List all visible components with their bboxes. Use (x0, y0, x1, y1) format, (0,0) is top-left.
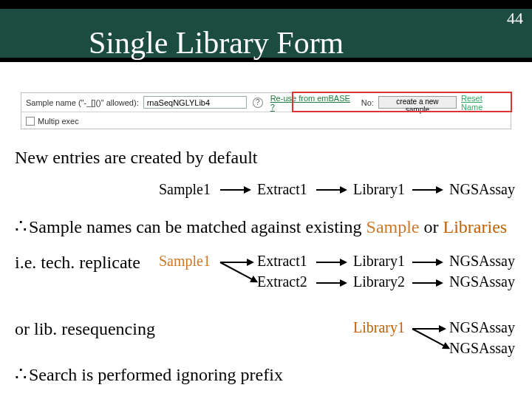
reset-name-link[interactable]: Reset Name (461, 94, 506, 112)
form-row-1: Sample name ("-_[]()" allowed): ? Re-use… (21, 93, 511, 112)
node-ngsassay-c2: NGSAssay (449, 340, 515, 357)
node-extract2-b: Extract2 (257, 273, 307, 290)
arrow-icon (316, 189, 346, 191)
node-library1-a: Library1 (353, 181, 405, 198)
node-ngsassay-b1: NGSAssay (449, 253, 515, 270)
reuse-embase-link[interactable]: Re-use from emBASE ? (270, 94, 357, 112)
node-ngsassay-b2: NGSAssay (449, 273, 515, 290)
text-search-ignore: ∴Search is performed ignoring prefix (15, 362, 517, 387)
node-ngsassay-a: NGSAssay (449, 181, 515, 198)
slide: Single Library Form 44 Sample name ("-_[… (0, 0, 532, 399)
sample-colored: Sample (366, 217, 420, 236)
text-match-line: ∴Sample names can be matched against exi… (15, 214, 517, 239)
sample-name-input[interactable] (143, 96, 247, 109)
help-icon[interactable]: ? (253, 98, 263, 108)
multip-exec-checkbox[interactable] (26, 117, 35, 126)
multip-exec-label: Multip exec (38, 117, 79, 126)
node-library1-b: Library1 (353, 253, 405, 270)
libraries-colored: Libraries (443, 217, 508, 236)
arrow-icon (220, 262, 253, 263)
arrow-icon (412, 328, 445, 330)
form-row-2: Multip exec (21, 112, 511, 129)
sample-form: Sample name ("-_[]()" allowed): ? Re-use… (21, 92, 511, 129)
title-bar: Single Library Form (0, 9, 532, 62)
top-bar (0, 0, 532, 9)
node-library2-b: Library2 (353, 273, 405, 290)
node-extract1-a: Extract1 (257, 181, 307, 198)
arrow-icon (316, 262, 346, 263)
arrow-icon (412, 262, 442, 263)
slide-title: Single Library Form (89, 25, 344, 61)
arrow-icon (412, 282, 442, 284)
arrow-icon (412, 189, 442, 191)
therefore-icon: ∴ (15, 216, 27, 237)
no-label: No: (361, 98, 374, 107)
node-sample1-b: Sample1 (159, 253, 211, 270)
text-new-entries: New entries are created by default (15, 146, 517, 169)
page-number: 44 (507, 9, 523, 28)
create-new-sample-button[interactable]: create a new sample (378, 96, 457, 109)
arrow-icon (220, 189, 250, 191)
therefore-icon: ∴ (15, 364, 27, 385)
arrow-icon (316, 282, 346, 284)
node-extract1-b: Extract1 (257, 253, 307, 270)
node-sample1-a: Sample1 (159, 181, 211, 198)
node-library1-c: Library1 (353, 319, 405, 336)
sample-name-label: Sample name ("-_[]()" allowed): (26, 98, 139, 107)
node-ngsassay-c1: NGSAssay (449, 319, 515, 336)
